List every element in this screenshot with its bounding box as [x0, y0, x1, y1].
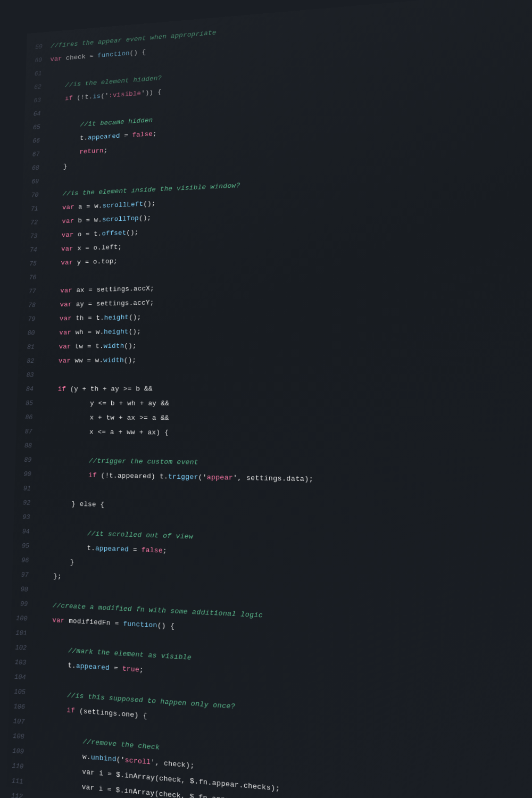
code-token: false: [142, 546, 163, 554]
code-token: () {: [157, 621, 174, 630]
code-token: = t.: [88, 314, 104, 322]
code-token: is: [93, 93, 101, 101]
line-number: 96: [12, 555, 37, 566]
code-content: var ww = w.width();: [43, 355, 137, 367]
line-number: 76: [20, 272, 45, 283]
code-token: = t.: [87, 343, 104, 351]
code-editor: 59//fires the appear event when appropri…: [6, 0, 532, 798]
code-token: = w.: [86, 202, 103, 210]
code-token: if: [66, 706, 75, 714]
code-token: =: [114, 619, 123, 628]
code-content: var ay = settings.accY;: [44, 298, 154, 311]
code-token: unbind: [91, 753, 117, 763]
line-number: 62: [26, 81, 50, 93]
line-number: 107: [8, 716, 34, 728]
code-token: [45, 259, 61, 267]
code-content: x + tw + ax >= a &&: [41, 413, 169, 424]
code-token: o: [78, 230, 86, 238]
line-number: 61: [26, 68, 51, 79]
code-token: var: [50, 55, 66, 63]
line-number: 70: [22, 190, 47, 201]
code-token: } else {: [39, 500, 104, 509]
code-token: = t.: [86, 230, 102, 238]
code-token: = w.: [87, 328, 104, 336]
code-token: var: [60, 287, 76, 295]
code-line: 84 if (y + th + ay >= b &&: [17, 382, 532, 398]
code-token: x + tw + ax >= a: [41, 414, 161, 422]
code-token: var: [60, 314, 76, 322]
code-token: x: [77, 245, 85, 253]
line-number: 99: [11, 598, 37, 610]
line-number: 78: [20, 300, 44, 311]
code-token: =: [110, 664, 122, 673]
code-token: [43, 343, 59, 351]
code-token: var: [62, 203, 78, 211]
code-token: [48, 148, 80, 157]
code-token: var: [59, 329, 76, 337]
code-token: a: [78, 203, 86, 211]
code-token: ();: [139, 214, 152, 222]
code-content: var tw = t.width();: [43, 341, 136, 353]
line-number: 88: [15, 441, 40, 452]
code-token: offset: [102, 229, 126, 237]
line-number: 60: [26, 55, 51, 66]
code-token: }: [37, 557, 74, 566]
line-number: 93: [14, 512, 39, 523]
line-number: 103: [10, 657, 35, 669]
code-token: y <= b + wh + ay: [41, 400, 161, 408]
code-token: }: [47, 163, 67, 171]
line-number: 92: [14, 498, 39, 509]
code-token: var: [52, 616, 69, 625]
line-number: 110: [7, 760, 32, 773]
code-content: var y = o.top;: [45, 256, 118, 269]
code-content: };: [37, 570, 62, 582]
code-token: [44, 315, 60, 323]
code-token: [43, 357, 59, 364]
code-token: [46, 204, 62, 212]
code-token: var: [61, 259, 77, 267]
code-token: height: [104, 313, 129, 321]
code-token: if: [65, 94, 73, 102]
code-token: function: [123, 620, 157, 629]
line-number: 105: [9, 686, 35, 699]
line-number: 87: [16, 427, 41, 437]
code-token: ;: [104, 147, 108, 154]
code-content: var x = o.left;: [45, 242, 122, 255]
line-number: 63: [25, 95, 49, 106]
code-token: modifiedFn: [69, 617, 115, 627]
code-token: = w.: [87, 356, 103, 364]
code-token: [44, 301, 60, 309]
code-token: () {: [130, 48, 146, 57]
code-token: if: [58, 385, 66, 393]
code-token: wh: [76, 328, 88, 336]
code-token: t.: [48, 134, 88, 144]
code-token: = settings.accX;: [88, 285, 154, 294]
code-token: appeared: [88, 132, 120, 141]
code-token: true: [122, 664, 139, 674]
code-token: =: [120, 131, 132, 139]
code-content: //trigger the custom event: [40, 455, 198, 469]
code-token: &&: [144, 385, 153, 393]
code-token: ();: [124, 342, 137, 350]
code-token: [44, 287, 60, 295]
line-number: 75: [21, 259, 45, 269]
line-number: 112: [6, 790, 31, 798]
code-content: var ax = settings.accX;: [44, 284, 154, 297]
code-token: :visible: [109, 89, 141, 99]
code-token: var: [59, 357, 75, 364]
code-token: [46, 218, 62, 226]
code-token: appeared: [95, 544, 129, 553]
line-number: 111: [6, 775, 32, 788]
line-number: 91: [14, 484, 39, 494]
code-token: &&: [161, 414, 169, 422]
code-token: (!t.appeared) t.: [97, 471, 168, 480]
code-line: 85 y <= b + wh + ay &&: [16, 398, 532, 414]
code-token: th: [76, 314, 88, 322]
line-number: 84: [17, 385, 42, 395]
code-token: t.: [35, 660, 76, 670]
code-token: ();: [124, 356, 137, 364]
line-number: 106: [9, 701, 34, 713]
line-number: 80: [19, 328, 44, 339]
code-token: ();: [126, 229, 138, 237]
line-number: 109: [7, 745, 33, 758]
